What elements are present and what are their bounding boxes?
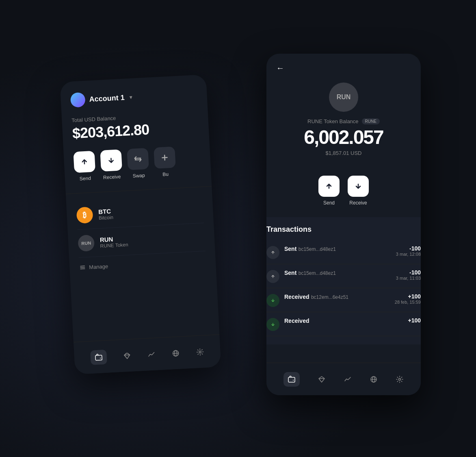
svg-point-10 (399, 378, 401, 380)
right-action-buttons: Send Receive (276, 176, 411, 206)
chevron-down-icon: ▾ (129, 94, 132, 100)
right-send-arrow-icon (325, 182, 333, 191)
buy-button[interactable]: Bu (154, 146, 176, 178)
svg-rect-7 (288, 377, 295, 382)
account-avatar (70, 92, 86, 108)
right-bottom-nav (266, 363, 421, 395)
svg-rect-0 (80, 265, 85, 266)
buy-label: Bu (162, 171, 169, 177)
right-receive-label: Receive (349, 200, 367, 206)
tx-date: 3 mar, 12:08 (396, 252, 421, 257)
right-detail-card: ← RUN RUNE Token Balance RUNE 6,002.057 … (266, 54, 421, 395)
tx-amount: +100 (395, 293, 421, 300)
asset-name: RUNE Token (100, 242, 128, 249)
svg-point-6 (199, 351, 201, 353)
token-amount: 6,002.057 (304, 126, 383, 148)
nav-settings-icon[interactable] (196, 348, 204, 356)
asset-info: RUN RUNE Token (100, 235, 128, 249)
btc-icon: ₿ (76, 207, 93, 224)
token-usd-value: $1,857.01 USD (326, 150, 362, 156)
sent-tx-icon (266, 246, 279, 259)
nav-diamond-icon[interactable] (123, 351, 131, 360)
action-buttons: Send Receive Swap (73, 145, 201, 182)
tx-type: Sent (284, 270, 296, 276)
right-nav-globe-icon[interactable] (370, 375, 378, 383)
buy-plus-icon (160, 153, 169, 162)
divider (66, 186, 212, 194)
asset-list: ₿ BTC Bitcoin RUN RUN RUNE Token (76, 195, 206, 258)
tx-type: Received (284, 294, 309, 300)
right-send-label: Send (323, 200, 335, 206)
tx-date: 3 mar, 11:03 (396, 276, 421, 281)
right-send-button[interactable]: Send (318, 176, 340, 206)
manage-label: Manage (89, 263, 108, 270)
send-arrow-icon (80, 157, 89, 166)
left-wallet-card: Account 1 ▾ Total USD Balance $203,612.8… (60, 74, 221, 374)
right-nav-wallet-icon[interactable] (283, 372, 300, 387)
table-row[interactable]: Received +100 (266, 312, 421, 336)
asset-info: BTC Bitcoin (98, 207, 114, 221)
nav-globe-icon[interactable] (171, 349, 180, 357)
tx-address: bc15em...d48ez1 (299, 246, 336, 252)
svg-rect-2 (80, 268, 85, 269)
tx-amount-col: +100 (408, 317, 421, 324)
tx-amount-col: -100 3 mar, 11:03 (396, 269, 421, 281)
table-row[interactable]: Sent bc15em...d48ez1 -100 3 mar, 12:08 (266, 240, 421, 264)
right-nav-settings-icon[interactable] (396, 375, 404, 383)
token-badge: RUNE (362, 118, 380, 124)
swap-icon (133, 155, 143, 164)
send-button[interactable]: Send (73, 151, 96, 182)
tx-info: Received bc12em...6e4z51 (284, 293, 390, 300)
back-button[interactable]: ← (276, 63, 411, 73)
table-row[interactable]: Received bc12em...6e4z51 +100 28 feb, 15… (266, 288, 421, 312)
sent-tx-icon (266, 270, 279, 283)
tx-info: Sent bc15em...d48ez1 (284, 269, 391, 276)
receive-label: Receive (103, 174, 121, 180)
token-balance-label: RUNE Token Balance RUNE (307, 118, 380, 124)
account-name: Account 1 (89, 93, 125, 104)
right-nav-diamond-icon[interactable] (318, 375, 326, 383)
tx-address: bc12em...6e4z51 (311, 294, 348, 300)
send-label: Send (80, 175, 91, 181)
nav-chart-icon[interactable] (147, 350, 156, 359)
transactions-title: Transactions (266, 225, 421, 234)
receive-button[interactable]: Receive (100, 149, 123, 181)
right-receive-arrow-icon (354, 182, 363, 191)
transactions-section: Transactions Sent bc15em...d48ez1 -100 3… (266, 217, 421, 344)
token-label-text: RUNE Token Balance (307, 118, 359, 124)
receive-arrow-icon (106, 156, 116, 165)
svg-rect-1 (80, 267, 85, 268)
manage-icon (79, 264, 86, 271)
swap-button[interactable]: Swap (127, 148, 149, 179)
asset-name: Bitcoin (99, 214, 114, 221)
tx-info: Received (284, 317, 403, 324)
tx-amount-col: -100 3 mar, 12:08 (396, 245, 421, 257)
token-avatar: RUN (329, 83, 358, 112)
nav-wallet-icon[interactable] (90, 349, 107, 365)
tx-type: Sent (284, 246, 296, 252)
token-header: RUN RUNE Token Balance RUNE 6,002.057 $1… (276, 83, 411, 166)
right-nav-chart-icon[interactable] (344, 375, 352, 383)
right-receive-button[interactable]: Receive (348, 176, 369, 206)
left-bottom-nav (74, 334, 221, 374)
run-icon: RUN (78, 235, 95, 252)
tx-type: Received (284, 318, 309, 324)
received-tx-icon (266, 294, 279, 307)
svg-rect-3 (95, 355, 102, 360)
tx-amount-col: +100 28 feb, 15:59 (395, 293, 421, 305)
account-header[interactable]: Account 1 ▾ (70, 86, 197, 107)
table-row[interactable]: Sent bc15em...d48ez1 -100 3 mar, 11:03 (266, 264, 421, 288)
tx-date: 28 feb, 15:59 (395, 300, 421, 305)
tx-amount: +100 (408, 317, 421, 324)
swap-label: Swap (132, 172, 145, 179)
received-tx-icon (266, 318, 279, 331)
tx-amount: -100 (396, 245, 421, 252)
tx-amount: -100 (396, 269, 421, 276)
tx-info: Sent bc15em...d48ez1 (284, 245, 391, 252)
tx-address: bc15em...d48ez1 (299, 270, 336, 276)
asset-ticker: BTC (98, 207, 113, 215)
